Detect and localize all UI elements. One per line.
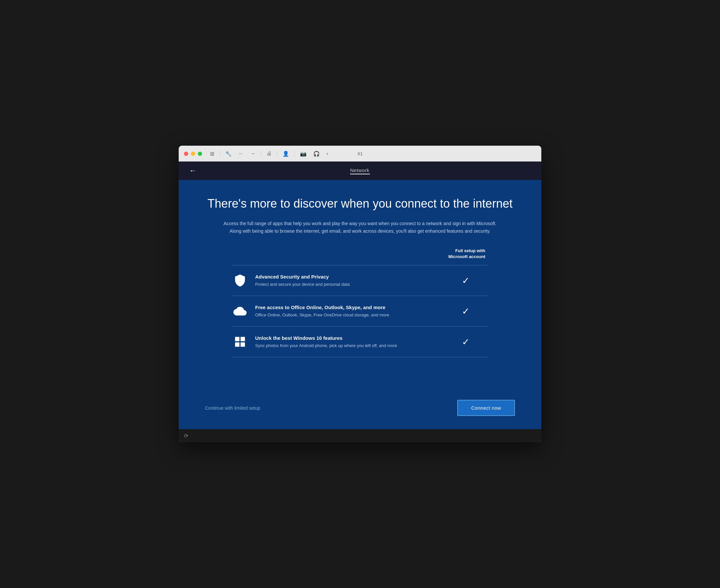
toolbar-separator-1 [220,151,220,156]
feature-desc-office: Office Online, Outlook, Skype, Free OneD… [255,312,436,318]
subtitle-text: Access the full range of apps that help … [218,220,502,235]
check-security: ✓ [443,275,489,286]
tools-icon[interactable]: 🔧 [224,149,233,158]
statusbar: ⟳ [179,429,541,442]
connect-now-button[interactable]: Connect now [457,400,515,416]
sidebar-icon[interactable]: ⊞ [209,149,215,158]
footer: Continue with limited setup Connect now [205,390,515,416]
toolbar-separator-3 [277,151,277,156]
page-title: Network [350,167,370,174]
close-button[interactable] [184,152,188,156]
features-section: Full setup with Microsoft account Advanc… [231,248,489,357]
navbar: ← Network [179,162,541,180]
print-icon[interactable]: 🖨 [265,149,273,158]
feature-text-windows: Unlock the best Windows 10 features Sync… [255,335,436,349]
titlebar: ⊞ 🔧 ← → 🖨 👤 📷 🎧 ‹ X1 [179,146,541,162]
toolbar-separator-2 [261,151,261,156]
check-windows: ✓ [443,337,489,348]
maximize-button[interactable] [198,152,202,156]
feature-text-office: Free access to Office Online, Outlook, S… [255,304,436,318]
identity-icon[interactable]: 👤 [281,149,290,158]
chevron-icon[interactable]: ‹ [325,149,329,158]
check-office: ✓ [443,306,489,317]
divider-bottom [231,357,489,357]
feature-row-office: Free access to Office Online, Outlook, S… [231,296,489,326]
feature-desc-windows: Sync photos from your Android phone, pic… [255,342,436,349]
column-header-row: Full setup with Microsoft account [231,248,489,264]
feature-text-security: Advanced Security and Privacy Protect an… [255,274,436,288]
back-nav-icon[interactable]: ← [237,149,245,158]
loading-icon: ⟳ [184,433,188,439]
shield-icon [231,272,249,289]
limited-setup-button[interactable]: Continue with limited setup [205,405,260,411]
camera-icon[interactable]: 📷 [299,149,308,158]
feature-row-security: Advanced Security and Privacy Protect an… [231,265,489,296]
cloud-icon [231,302,249,320]
title-underline [350,174,370,174]
toolbar: ⊞ 🔧 ← → 🖨 👤 📷 🎧 ‹ [209,149,329,158]
main-content: There's more to discover when you connec… [179,180,541,429]
toolbar-separator-4 [294,151,295,156]
window-controls [184,152,202,156]
minimize-button[interactable] [191,152,195,156]
windows-icon [231,333,249,350]
window: ⊞ 🔧 ← → 🖨 👤 📷 🎧 ‹ X1 ← Network There's m… [179,146,541,442]
forward-nav-icon[interactable]: → [249,149,257,158]
back-button[interactable]: ← [187,165,199,176]
window-title: X1 [357,151,363,156]
feature-desc-security: Protect and secure your device and perso… [255,281,436,288]
feature-title-windows: Unlock the best Windows 10 features [255,335,436,341]
feature-title-security: Advanced Security and Privacy [255,274,436,279]
feature-row-windows: Unlock the best Windows 10 features Sync… [231,327,489,357]
column-header: Full setup with Microsoft account [436,248,489,264]
main-heading: There's more to discover when you connec… [205,196,515,211]
feature-title-office: Free access to Office Online, Outlook, S… [255,304,436,310]
headphone-icon[interactable]: 🎧 [312,149,321,158]
